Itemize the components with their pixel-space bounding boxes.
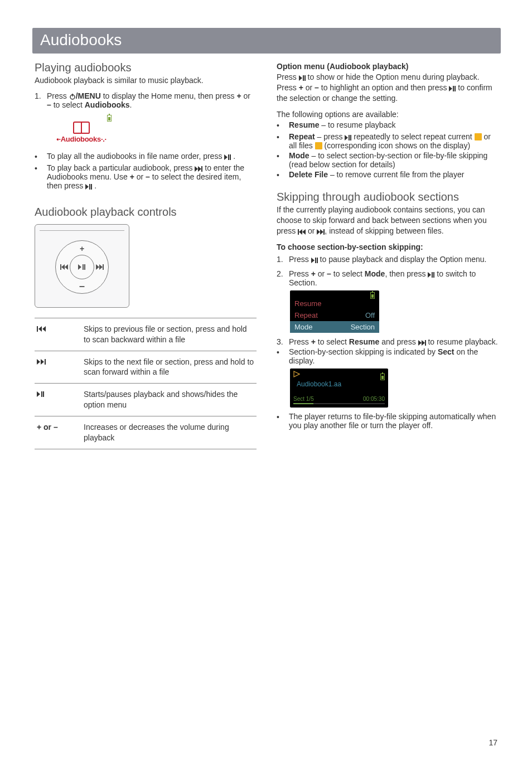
controls-table: Skips to previous file or section, press… (35, 318, 257, 449)
repeat-all-icon (315, 142, 322, 149)
home-menu-illustration: •·Audiobooks·.· (48, 113, 115, 146)
table-row: Skips to the next file or section, press… (35, 351, 257, 384)
table-row: Starts/pauses playback and shows/hides t… (35, 384, 257, 416)
svg-marker-53 (294, 371, 299, 377)
menu-mode: Mode (294, 323, 313, 331)
svg-marker-13 (65, 264, 68, 270)
bullet-text: Mode – to select section-by-section or f… (289, 151, 499, 169)
plus-label: + (80, 244, 84, 253)
minus-label: – (79, 280, 85, 292)
svg-marker-32 (449, 86, 452, 91)
book-icon (73, 122, 90, 134)
menu-repeat-value: Off (365, 311, 375, 319)
next-icon (96, 263, 104, 272)
bullet: • (277, 132, 289, 150)
bullet-text: To play all the audiobooks in file name … (47, 152, 257, 162)
prev-icon (298, 229, 306, 235)
playback-time: 00:05:30 (363, 396, 385, 402)
playback-sect: Sect 1/5 (293, 396, 314, 402)
home-menu-label: •·Audiobooks·.· (56, 135, 107, 143)
play-pause-icon (35, 384, 81, 416)
bullet: • (277, 170, 289, 181)
playback-screen: Audiobook1.aa Sect 1/5 00:05:30 (290, 369, 388, 408)
table-row: + or – Increases or decreases the volume… (35, 416, 257, 449)
svg-marker-21 (38, 326, 42, 332)
svg-marker-6 (198, 166, 201, 172)
heading-skipping: Skipping through audiobook sections (277, 191, 499, 203)
bullet-text: To play back a particular audiobook, pre… (47, 163, 257, 190)
cell-text: Starts/pauses playback and shows/hides t… (81, 384, 257, 416)
svg-marker-41 (317, 229, 320, 235)
bullet: • (277, 120, 289, 131)
svg-rect-30 (303, 75, 304, 81)
svg-rect-27 (41, 391, 42, 397)
play-pause-icon (449, 86, 456, 91)
play-pause-icon (85, 184, 92, 190)
svg-rect-38 (298, 229, 299, 235)
prev-icon (35, 318, 81, 351)
playback-filename: Audiobook1.aa (293, 379, 385, 394)
bullet: • (35, 152, 47, 162)
svg-marker-44 (311, 258, 315, 263)
para-skipping: If the currently playing audiobook conta… (277, 205, 499, 236)
battery-icon (380, 374, 385, 380)
svg-marker-23 (37, 359, 40, 365)
step-number: 2. (277, 269, 289, 287)
svg-marker-17 (78, 264, 81, 270)
svg-marker-24 (41, 359, 44, 365)
svg-rect-33 (453, 86, 454, 91)
page-title: Audiobooks (32, 28, 501, 54)
svg-marker-2 (224, 154, 228, 160)
step-text: Press + to select Resume and press to re… (289, 337, 498, 346)
play-pause-icon (428, 272, 434, 278)
step-text: Press to pause playback and display the … (289, 255, 486, 264)
svg-rect-3 (228, 154, 229, 160)
next-icon (35, 351, 81, 384)
bullet: • (277, 347, 289, 365)
para-following: The following options are available: (277, 109, 499, 120)
svg-marker-42 (320, 229, 323, 235)
svg-rect-16 (103, 264, 104, 270)
prev-icon (60, 263, 68, 272)
svg-marker-22 (42, 326, 46, 332)
para-option: Press to show or hide the Option menu du… (277, 72, 499, 104)
svg-marker-51 (422, 340, 425, 346)
play-pause-icon (311, 258, 318, 263)
svg-marker-29 (299, 75, 302, 81)
heading-controls: Audiobook playback controls (35, 206, 257, 219)
svg-marker-5 (195, 166, 198, 172)
heading-playing: Playing audiobooks (35, 61, 257, 74)
bullet: • (277, 412, 289, 430)
svg-marker-15 (99, 264, 103, 270)
bullet-text: Delete File – to remove current file fro… (289, 170, 499, 181)
power-icon (69, 93, 76, 100)
menu-mode-value: Section (351, 323, 375, 331)
page-number: 17 (489, 738, 497, 747)
step-number: 1. (35, 91, 47, 109)
progress-bar (293, 403, 385, 404)
menu-repeat: Repeat (294, 311, 318, 319)
svg-rect-25 (45, 359, 46, 365)
battery-icon (370, 292, 375, 299)
bullet-text: Section-by-section skipping is indicated… (289, 347, 499, 365)
svg-rect-9 (89, 184, 90, 190)
step-text: Press /MENU to display the Home menu, th… (47, 91, 257, 109)
svg-marker-12 (61, 264, 65, 270)
table-row: Skips to previous file or section, press… (35, 318, 257, 351)
play-pause-icon (224, 154, 231, 160)
play-pause-icon (70, 255, 94, 279)
svg-rect-18 (83, 264, 84, 270)
svg-rect-19 (84, 264, 85, 270)
next-icon (418, 340, 426, 346)
svg-rect-20 (37, 326, 38, 332)
heading-choose: To choose section-by-section skipping: (277, 242, 499, 253)
next-icon (317, 229, 325, 235)
bullet-text: The player returns to file-by-file skipp… (289, 412, 499, 430)
repeat-one-icon (475, 133, 482, 140)
bullet: • (277, 151, 289, 169)
svg-rect-11 (60, 264, 61, 270)
heading-option-menu: Option menu (Audiobook playback) (277, 61, 499, 72)
play-outline-icon (293, 371, 300, 379)
battery-icon (107, 115, 112, 122)
svg-rect-28 (43, 391, 44, 397)
